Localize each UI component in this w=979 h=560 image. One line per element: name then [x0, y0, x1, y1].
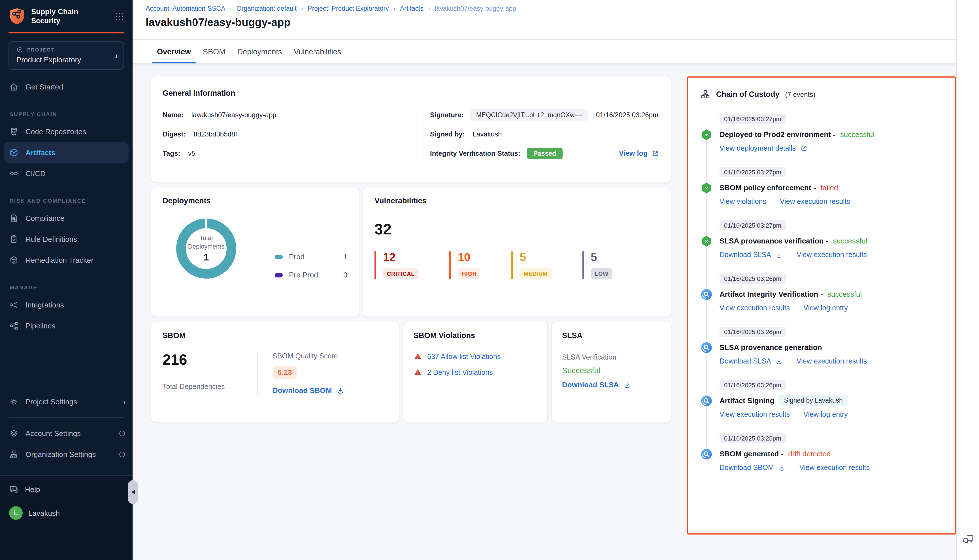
- breadcrumb-item[interactable]: Artifacts: [400, 5, 423, 12]
- signature-timestamp: 01/16/2025 03:26pm: [596, 111, 660, 119]
- event-title: SBOM generated-drift detected: [720, 447, 946, 460]
- link-view-deployment-details[interactable]: View deployment details: [720, 144, 808, 152]
- sidebar-item-compliance[interactable]: Compliance: [0, 208, 132, 228]
- custody-event: 01/16/2025 03:26pmSLSA provenance genera…: [700, 326, 946, 379]
- download-icon: [623, 381, 632, 389]
- event-timestamp: 01/16/2025 03:27pm: [720, 114, 786, 124]
- signature-value[interactable]: MEQCICde2VjIT...bL+2+mqnOXw==: [471, 109, 588, 121]
- link-download-sbom[interactable]: Download SBOM: [720, 464, 786, 472]
- legend-item-pre-prod: Pre Prod0: [275, 271, 347, 279]
- divider: [8, 417, 124, 418]
- main-area: Account: Automation-SSCA›Organization: d…: [132, 0, 956, 560]
- tab-deployments[interactable]: Deployments: [236, 40, 283, 63]
- app-header: Supply Chain Security: [0, 0, 132, 31]
- page-header: Account: Automation-SSCA›Organization: d…: [132, 0, 956, 40]
- cube-icon: [9, 148, 19, 157]
- sidebar-item-account-settings[interactable]: Account Settings: [0, 423, 132, 444]
- scan-icon: [700, 342, 713, 354]
- signed-by-badge: Signed by Lavakush: [779, 395, 848, 406]
- custody-event: 01/16/2025 03:26pmArtifact SigningSigned…: [700, 379, 946, 433]
- slsa-card: SLSA SLSA Verification Successful Downlo…: [551, 322, 672, 422]
- module-grid-icon[interactable]: [114, 12, 125, 22]
- link-view-execution-results[interactable]: View execution results: [780, 198, 850, 205]
- sidebar-item-get-started[interactable]: Get Started: [0, 76, 132, 97]
- user-menu[interactable]: L Lavakush: [9, 506, 124, 520]
- link-view-execution-results[interactable]: View execution results: [799, 464, 870, 472]
- tab-vulnerabilities[interactable]: Vulnerabilities: [292, 40, 342, 63]
- card-title: Vulnerabilities: [374, 197, 660, 205]
- chain-of-custody-panel: Chain of Custody (7 events) ∞01/16/2025 …: [687, 77, 956, 535]
- link-view-execution-results[interactable]: View execution results: [797, 357, 867, 365]
- digest-row: Digest:8d23bd3b5d8f: [163, 125, 404, 144]
- support-chat-icon[interactable]: [962, 533, 975, 546]
- help-button[interactable]: Help: [9, 485, 124, 494]
- scan-icon: [700, 395, 713, 407]
- link-view-log-entry[interactable]: View log entry: [804, 410, 848, 418]
- link-download-slsa[interactable]: Download SLSA: [720, 357, 783, 365]
- event-timestamp: 01/16/2025 03:26pm: [720, 327, 786, 337]
- chevron-right-icon: ›: [123, 397, 126, 406]
- right-gutter: [956, 0, 979, 560]
- sidebar-item-project-settings[interactable]: Project Settings›: [0, 391, 132, 412]
- event-status: successful: [840, 130, 874, 138]
- sidebar-item-artifacts[interactable]: Artifacts: [4, 142, 129, 163]
- link-view-execution-results[interactable]: View execution results: [797, 251, 867, 259]
- nav-section-label: RISK AND COMPLIANCE: [10, 197, 132, 203]
- download-sbom-link[interactable]: Download SBOM: [272, 386, 344, 395]
- download-icon: [775, 251, 783, 259]
- sidebar-footer: Project Settings›Account SettingsOrganiz…: [0, 380, 132, 465]
- custody-event: ∞01/16/2025 03:27pmDeployed to Prod2 env…: [700, 113, 946, 167]
- app-title: Supply Chain Security: [31, 7, 109, 26]
- name-row: Name:lavakush07/easy-buggy-app: [163, 105, 404, 125]
- download-slsa-link[interactable]: Download SLSA: [562, 380, 661, 389]
- divider: [8, 386, 124, 386]
- chain-events-count: (7 events): [785, 90, 815, 98]
- link-view-violations[interactable]: View violations: [720, 198, 766, 205]
- info-icon: [119, 430, 126, 437]
- sidebar-item-organization-settings[interactable]: Organization Settings: [0, 444, 132, 465]
- custody-event: ∞01/16/2025 03:27pmSBOM policy enforceme…: [700, 167, 946, 220]
- help-label: Help: [25, 485, 40, 494]
- warn-icon: [414, 368, 422, 377]
- card-title: SBOM Violations: [414, 331, 537, 340]
- project-selector[interactable]: PROJECT Product Exploratory ›: [8, 41, 124, 69]
- violation-link[interactable]: 2 Deny list Violations: [414, 368, 537, 377]
- breadcrumb-item[interactable]: Account: Automation-SSCA: [145, 5, 225, 12]
- sidebar-collapse-handle[interactable]: [128, 480, 138, 504]
- event-timestamp: 01/16/2025 03:26pm: [720, 380, 786, 390]
- slsa-verification-status: Successful: [562, 366, 661, 375]
- link-view-execution-results[interactable]: View execution results: [720, 410, 790, 418]
- custody-timeline: ∞01/16/2025 03:27pmDeployed to Prod2 env…: [700, 113, 946, 486]
- sidebar-item-code-repositories[interactable]: Code Repositories: [0, 121, 132, 142]
- event-status: successful: [833, 237, 867, 245]
- sidebar-item-integrations[interactable]: Integrations: [0, 294, 132, 315]
- tabs: OverviewSBOMDeploymentsVulnerabilities: [132, 40, 956, 64]
- external-icon: [800, 144, 808, 152]
- sidebar-item-ci-cd[interactable]: CI/CD: [0, 163, 132, 184]
- link-view-execution-results[interactable]: View execution results: [720, 304, 790, 312]
- link-view-log-entry[interactable]: View log entry: [804, 304, 848, 312]
- sidebar-item-pipelines[interactable]: Pipelines: [0, 315, 132, 336]
- breadcrumb-item[interactable]: lavakush07/easy-buggy-app: [434, 5, 516, 12]
- repo-icon: [9, 127, 19, 136]
- org-icon: [9, 450, 19, 459]
- warn-icon: [414, 352, 422, 361]
- breadcrumb-item[interactable]: Organization: default: [237, 5, 297, 12]
- view-log-link[interactable]: View log: [619, 150, 660, 157]
- sidebar-item-rule-definitions[interactable]: Rule Definitions: [0, 228, 132, 250]
- tab-overview[interactable]: Overview: [156, 40, 192, 63]
- tab-sbom[interactable]: SBOM: [202, 40, 227, 63]
- breadcrumb-separator-icon: ›: [428, 5, 430, 12]
- breadcrumb-separator-icon: ›: [301, 5, 303, 12]
- hex-icon: ∞: [700, 235, 713, 247]
- card-title: Deployments: [163, 197, 347, 205]
- info-icon: [119, 451, 126, 458]
- download-icon: [778, 464, 786, 472]
- violation-link[interactable]: 637 Allow list Violations: [414, 352, 537, 361]
- breadcrumb-item[interactable]: Project: Product Exploratory: [307, 5, 389, 12]
- hex-icon: ∞: [700, 128, 713, 141]
- event-status: drift detected: [788, 449, 830, 458]
- clipboard-icon: [9, 234, 19, 244]
- sidebar-item-remediation-tracker[interactable]: Remediation Tracker: [0, 250, 132, 270]
- link-download-slsa[interactable]: Download SLSA: [720, 251, 783, 259]
